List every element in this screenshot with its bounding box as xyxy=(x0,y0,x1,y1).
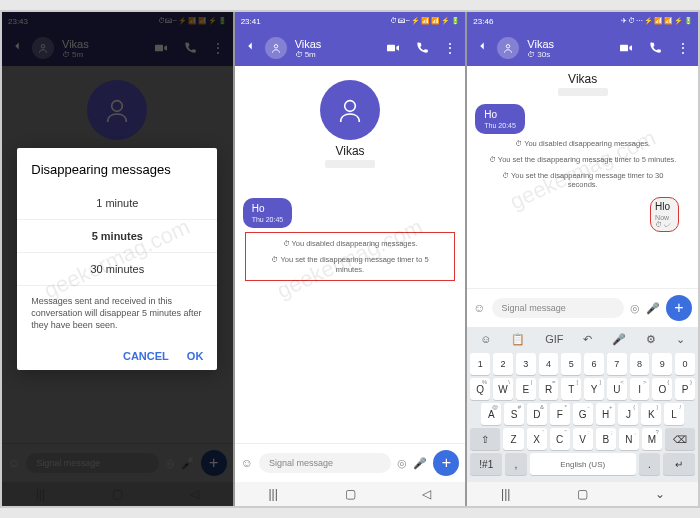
key[interactable]: Y] xyxy=(584,378,604,400)
call-icon[interactable] xyxy=(415,41,429,55)
message-bubble-out[interactable]: Ho Thu 20:45 xyxy=(475,104,525,134)
timer-icon: ⏱ xyxy=(283,240,290,247)
key[interactable]: Q% xyxy=(470,378,490,400)
key[interactable]: ⌫ xyxy=(665,428,695,450)
opt-5min[interactable]: 5 minutes xyxy=(17,220,217,253)
nav-recent-icon[interactable]: ||| xyxy=(265,487,281,501)
key[interactable]: Z xyxy=(503,428,523,450)
message-bubble-in[interactable]: Hlo Now ⏱ ✓ xyxy=(650,197,679,232)
message-input[interactable]: Signal message xyxy=(492,298,624,318)
status-icons: ⏱ ✉ ⋯ ⚡ 📶 📶 ⚡ 🔋 xyxy=(390,17,459,25)
nav-home-icon[interactable]: ▢ xyxy=(342,487,358,501)
back-icon[interactable] xyxy=(475,39,489,57)
key[interactable]: ↵ xyxy=(663,453,695,475)
key[interactable]: G- xyxy=(573,403,593,425)
key[interactable]: 2 xyxy=(493,353,513,375)
profile-name: Vikas xyxy=(235,144,466,158)
kbd-tool-icon[interactable]: ⌄ xyxy=(676,333,685,346)
key[interactable]: A@ xyxy=(481,403,501,425)
kbd-tool-icon[interactable]: ↶ xyxy=(583,333,592,346)
key[interactable]: D& xyxy=(527,403,547,425)
message-input[interactable]: Signal message xyxy=(259,453,391,473)
kbd-tool-icon[interactable]: ⚙ xyxy=(646,333,656,346)
key[interactable]: 0 xyxy=(675,353,695,375)
menu-icon[interactable]: ⋮ xyxy=(676,40,690,56)
key[interactable]: P} xyxy=(675,378,695,400)
key[interactable]: H+ xyxy=(596,403,616,425)
dialog-note: Messages sent and received in this conve… xyxy=(17,286,217,341)
key[interactable]: B; xyxy=(596,428,616,450)
key[interactable]: X' xyxy=(527,428,547,450)
key[interactable]: 4 xyxy=(539,353,559,375)
timer-icon: ⏱ xyxy=(502,172,509,179)
key[interactable]: J( xyxy=(618,403,638,425)
key[interactable]: R= xyxy=(539,378,559,400)
key[interactable]: U< xyxy=(607,378,627,400)
profile-avatar[interactable] xyxy=(320,80,380,140)
camera-icon[interactable]: ◎ xyxy=(397,457,407,470)
ok-button[interactable]: OK xyxy=(187,350,204,362)
emoji-icon[interactable]: ☺ xyxy=(241,456,253,470)
kbd-tool-icon[interactable]: GIF xyxy=(545,333,563,346)
key[interactable]: K) xyxy=(641,403,661,425)
contact-name: Vikas xyxy=(295,38,322,50)
key[interactable]: I> xyxy=(630,378,650,400)
key[interactable]: 8 xyxy=(630,353,650,375)
back-icon[interactable] xyxy=(243,39,257,57)
message-bubble-out[interactable]: Ho Thu 20:45 xyxy=(243,198,293,228)
key[interactable]: N, xyxy=(619,428,639,450)
nav-back-icon[interactable]: ◁ xyxy=(419,487,435,501)
key[interactable]: ⇧ xyxy=(470,428,500,450)
dialog-title: Disappearing messages xyxy=(17,162,217,187)
key[interactable]: E| xyxy=(516,378,536,400)
menu-icon[interactable]: ⋮ xyxy=(443,40,457,56)
video-icon[interactable] xyxy=(385,40,401,56)
key[interactable]: English (US) xyxy=(530,453,636,475)
emoji-icon[interactable]: ☺ xyxy=(473,301,485,315)
kbd-tool-icon[interactable]: 📋 xyxy=(511,333,525,346)
send-button[interactable]: + xyxy=(666,295,692,321)
kbd-tool-icon[interactable]: ☺ xyxy=(480,333,491,346)
key[interactable]: C" xyxy=(550,428,570,450)
key[interactable]: 5 xyxy=(561,353,581,375)
key[interactable]: S# xyxy=(504,403,524,425)
svg-point-6 xyxy=(507,45,511,49)
kbd-tool-icon[interactable]: 🎤 xyxy=(612,333,626,346)
opt-1min[interactable]: 1 minute xyxy=(17,187,217,220)
status-icons: ✈ ⏱ ⋯ ⚡ 📶 📶 ⚡ 🔋 xyxy=(621,17,692,25)
status-time: 23:41 xyxy=(241,17,261,26)
input-bar: ☺ Signal message ◎ 🎤 + xyxy=(235,443,466,482)
video-icon[interactable] xyxy=(618,40,634,56)
key[interactable]: 9 xyxy=(652,353,672,375)
key[interactable]: T[ xyxy=(561,378,581,400)
avatar-icon[interactable] xyxy=(265,37,287,59)
key[interactable]: 1 xyxy=(470,353,490,375)
system-message: ⏱ You set the disappearing message timer… xyxy=(467,152,698,168)
key[interactable]: , xyxy=(505,453,526,475)
opt-30min[interactable]: 30 minutes xyxy=(17,253,217,286)
send-button[interactable]: + xyxy=(433,450,459,476)
camera-icon[interactable]: ◎ xyxy=(630,302,640,315)
key[interactable]: V: xyxy=(573,428,593,450)
nav-home-icon[interactable]: ▢ xyxy=(575,487,591,501)
mic-icon[interactable]: 🎤 xyxy=(646,302,660,315)
avatar-icon[interactable] xyxy=(497,37,519,59)
key[interactable]: !#1 xyxy=(470,453,502,475)
cancel-button[interactable]: CANCEL xyxy=(123,350,169,362)
key[interactable]: 3 xyxy=(516,353,536,375)
status-time: 23:46 xyxy=(473,17,493,26)
key[interactable]: L/ xyxy=(664,403,684,425)
key[interactable]: F* xyxy=(550,403,570,425)
key[interactable]: M? xyxy=(642,428,662,450)
key[interactable]: O{ xyxy=(652,378,672,400)
chat-header: Vikas ⏱30s ⋮ xyxy=(467,30,698,66)
nav-recent-icon[interactable]: ||| xyxy=(498,487,514,501)
nav-keyboard-hide-icon[interactable]: ⌄ xyxy=(652,487,668,501)
key[interactable]: W\ xyxy=(493,378,513,400)
key[interactable]: 6 xyxy=(584,353,604,375)
timer-icon: ⏱ xyxy=(489,156,496,163)
key[interactable]: 7 xyxy=(607,353,627,375)
key[interactable]: . xyxy=(639,453,660,475)
call-icon[interactable] xyxy=(648,41,662,55)
mic-icon[interactable]: 🎤 xyxy=(413,457,427,470)
